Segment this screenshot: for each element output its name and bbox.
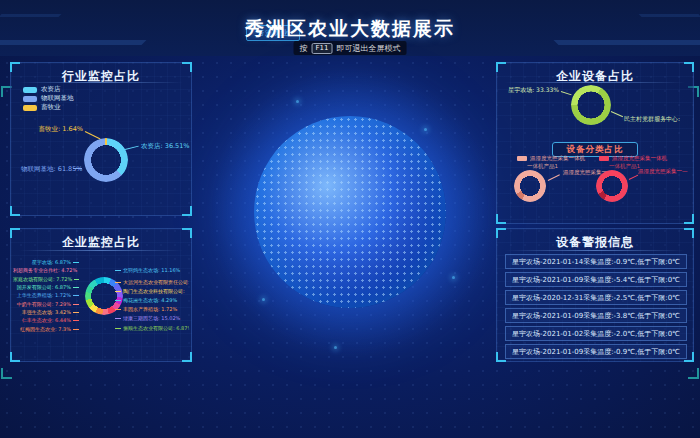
legend-item[interactable]: 农资店 <box>23 85 61 94</box>
divider <box>505 250 685 251</box>
spark-dot <box>262 298 265 301</box>
farm-label: 国开发有限公司: 6.87% <box>13 284 79 290</box>
panel-device-alarms: 设备警报信息 星宇农场-2021-01-14采集温度:-0.9℃,低于下限:0℃… <box>496 228 694 362</box>
legend-item[interactable]: 一体机产品1 <box>609 163 640 170</box>
alarm-row[interactable]: 星宇农场-2021-01-09采集温度:-5.4℃,低于下限:0℃ <box>505 272 687 287</box>
farm-label: 中奶牛有限公司: 7.29% <box>13 301 79 307</box>
legend-label: 温湿度光照采集一体机 <box>530 155 585 162</box>
edge-bracket <box>688 368 699 379</box>
farm-label: 红梅园生态农业: 7.3% <box>13 326 79 332</box>
legend-item[interactable]: 物联网基地 <box>23 94 74 103</box>
spark-dot <box>452 276 455 279</box>
header-bar: 秀洲农业 秀洲区农业大数据展示 按F11即可退出全屏模式 <box>0 0 700 56</box>
farm-label: 振顺生态农业有限公司: 6.87% <box>115 325 189 331</box>
farm-label: 丰园水产养殖场: 1.72% <box>115 306 189 312</box>
alarm-row[interactable]: 星宇农场-2021-01-14采集温度:-0.9℃,低于下限:0℃ <box>505 254 687 269</box>
panel-title: 设备警报信息 <box>497 234 693 251</box>
spark-dot <box>334 346 337 349</box>
panel-industry-monitor-ratio: 行业监控占比 农资店 物联网基地 畜牧业 畜牧业: 1.64% 农资店: 36.… <box>10 62 192 216</box>
divider <box>19 82 183 83</box>
legend-swatch <box>599 156 609 161</box>
corner-bracket <box>496 214 506 224</box>
farm-label: 陶门生态农业科技有限公司: <box>115 288 189 294</box>
device-donut-chart[interactable] <box>571 85 611 125</box>
legend-item[interactable]: 温湿度光照采集一体机 <box>599 155 667 162</box>
legend-label: 一体机产品1 <box>527 163 558 170</box>
leader-line <box>629 175 638 180</box>
farm-label: 梅花洲生态农场: 4.29% <box>115 297 189 303</box>
spark-dot <box>424 128 427 131</box>
slice-label-agristore: 农资店: 36.51% <box>141 142 190 151</box>
corner-bracket <box>182 206 192 216</box>
alarm-row[interactable]: 星宇农场-2021-01-09采集温度:-0.9℃,低于下限:0℃ <box>505 344 687 359</box>
alarm-row[interactable]: 星宇农场-2021-01-09采集温度:-3.8℃,低于下限:0℃ <box>505 308 687 323</box>
legend-label: 畜牧业 <box>41 103 61 112</box>
panel-enterprise-device-ratio: 企业设备占比 星宇农场: 33.33% 民主村党群服务中心: 设备分类占比 温湿… <box>496 62 694 224</box>
farm-label: 星宇农场: 6.87% <box>13 259 79 265</box>
divider <box>19 250 183 251</box>
legend-label: 农资店 <box>41 85 61 94</box>
legend-label: 温湿度光照采集一体机 <box>612 155 667 162</box>
legend-item[interactable]: 畜牧业 <box>23 103 61 112</box>
corner-bracket <box>10 206 20 216</box>
slice-label-iot-base: 物联网基地: 61.85% <box>21 165 83 174</box>
slice-label-livestock: 畜牧业: 1.64% <box>35 125 83 134</box>
leader-line <box>125 146 139 150</box>
slice-label: 温湿度光照采集一— <box>638 168 688 175</box>
panel-title: 企业监控占比 <box>11 234 191 251</box>
farm-label: 绿康三期园艺场: 15.02% <box>115 315 189 321</box>
corner-bracket <box>684 214 694 224</box>
farm-label: 北羽鸽生态农场: 11.16% <box>115 267 189 273</box>
page-title: 秀洲区农业大数据展示 <box>0 16 700 42</box>
slice-label-xingyu: 星宇农场: 33.33% <box>505 86 559 95</box>
spark-dot <box>296 100 299 103</box>
farm-label: 家庭农场有限公司: 7.72% <box>13 276 79 282</box>
divider <box>505 82 685 83</box>
legend-label: 物联网基地 <box>41 94 74 103</box>
alarm-row[interactable]: 星宇农场-2021-01-02采集温度:-2.0℃,低于下限:0℃ <box>505 326 687 341</box>
legend-swatch <box>23 105 37 111</box>
leader-line <box>548 174 560 181</box>
leader-line <box>73 168 82 169</box>
legend-swatch <box>517 156 527 161</box>
industry-donut-chart[interactable] <box>84 138 128 182</box>
globe-visualization[interactable] <box>254 116 446 308</box>
legend-swatch <box>23 96 37 102</box>
farm-label: 大运河生态农业有限责任公司: <box>115 279 189 285</box>
tip-suffix: 即可退出全屏模式 <box>336 43 400 54</box>
corner-bracket <box>182 352 192 362</box>
leader-line <box>611 111 623 117</box>
panel-enterprise-monitor-ratio: 企业监控占比 星宇农场: 6.87% 利超商务专业合作社: 4.72% 家庭农场… <box>10 228 192 362</box>
edge-bracket <box>1 368 12 379</box>
legend-label: 一体机产品1 <box>609 163 640 170</box>
tip-prefix: 按 <box>300 43 308 54</box>
leader-line <box>85 131 101 139</box>
slice-label-minzhu: 民主村党群服务中心: <box>624 115 690 124</box>
classify-donut-left[interactable] <box>514 170 546 202</box>
corner-bracket <box>10 352 20 362</box>
legend-item[interactable]: 温湿度光照采集一体机 <box>517 155 585 162</box>
fullscreen-tip: 按F11即可退出全屏模式 <box>294 41 407 55</box>
farm-label: 利超商务专业合作社: 4.72% <box>13 267 79 273</box>
legend-swatch <box>23 87 37 93</box>
leader-line <box>561 91 572 95</box>
legend-item[interactable]: 一体机产品1 <box>527 163 558 170</box>
classify-donut-right[interactable] <box>596 170 628 202</box>
farm-label: 仁丰生态农业: 6.44% <box>13 317 79 323</box>
f11-key-badge: F11 <box>312 43 333 54</box>
farm-label: 丰强生态农场: 3.42% <box>13 309 79 315</box>
alarm-row[interactable]: 星宇农场-2020-12-31采集温度:-2.5℃,低于下限:0℃ <box>505 290 687 305</box>
farm-label: 上华生态养殖场: 1.72% <box>13 292 79 298</box>
